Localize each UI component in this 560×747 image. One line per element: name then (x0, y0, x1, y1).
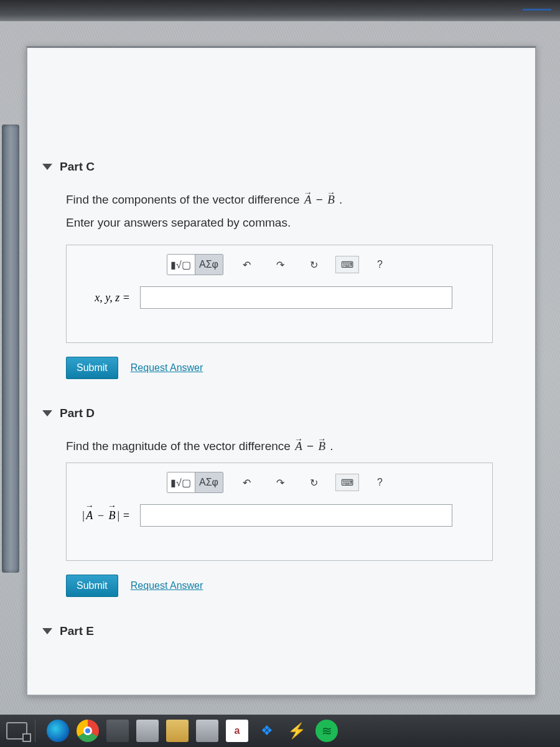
part-d-question: Find the magnitude of the vector differe… (66, 435, 520, 458)
part-c-equation-row: x, y, z = (74, 286, 485, 309)
access-icon[interactable]: a (226, 720, 248, 742)
folder-icon[interactable] (166, 720, 189, 742)
part-c-answer-box: ▮√▢ ΑΣφ ↶ ↷ (66, 245, 493, 343)
dropbox-icon[interactable]: ❖ (256, 720, 278, 742)
redo-button[interactable]: ↷ (268, 472, 293, 492)
greek-button[interactable]: ΑΣφ (195, 472, 223, 492)
reset-button[interactable]: ↻ (302, 255, 327, 275)
vector-a-symbol: A (85, 509, 94, 522)
keyboard-button[interactable]: ⌨ (335, 474, 359, 491)
part-e-header[interactable]: Part E (42, 624, 520, 638)
minus-symbol: − (307, 439, 317, 453)
submit-button[interactable]: Submit (66, 575, 118, 597)
keyboard-icon: ⌨ (341, 477, 353, 487)
part-d-actions: Submit Request Answer (66, 575, 520, 597)
store-icon[interactable] (106, 720, 129, 742)
part-c-equation-label: x, y, z = (74, 291, 134, 304)
part-c-question-text: Find the components of the vector differ… (66, 193, 303, 206)
explorer-icon[interactable] (136, 720, 159, 742)
greek-icon: ΑΣφ (199, 477, 218, 488)
content-card: Part C Find the components of the vector… (26, 46, 536, 696)
part-c-title: Part C (60, 160, 95, 174)
part-d-header[interactable]: Part D (42, 406, 520, 420)
help-icon: ? (377, 259, 383, 270)
templates-button[interactable]: ▮√▢ (167, 255, 195, 275)
redo-icon: ↷ (276, 477, 284, 489)
part-e-section: Part E (42, 624, 520, 638)
help-icon: ? (377, 477, 383, 488)
window-chrome-top (0, 0, 560, 21)
templates-button[interactable]: ▮√▢ (167, 472, 195, 492)
tool-cluster-left: ▮√▢ ΑΣφ (167, 254, 223, 275)
greek-icon: ΑΣφ (199, 259, 218, 270)
edge-icon[interactable] (47, 720, 69, 742)
part-d-answer-input[interactable] (140, 504, 452, 527)
undo-button[interactable]: ↶ (235, 255, 259, 275)
part-c-actions: Submit Request Answer (66, 357, 520, 379)
request-answer-link[interactable]: Request Answer (131, 580, 203, 591)
part-c-section: Part C Find the components of the vector… (42, 160, 520, 379)
help-button[interactable]: ? (368, 255, 393, 275)
reset-icon: ↻ (310, 477, 318, 489)
period-symbol: . (330, 439, 333, 453)
redo-icon: ↷ (276, 259, 284, 271)
spotify-icon[interactable] (315, 720, 338, 742)
vector-b-symbol: B (317, 439, 327, 453)
help-button[interactable]: ? (368, 472, 393, 492)
chevron-down-icon (42, 164, 52, 170)
part-c-question: Find the components of the vector differ… (66, 189, 520, 211)
part-d-equation-label: |A − B| = (74, 509, 134, 522)
tool-cluster-left: ▮√▢ ΑΣφ (167, 472, 223, 493)
taskbar: a ❖ ⚡ (0, 715, 560, 747)
minus-symbol: − (316, 193, 326, 206)
part-d-equation-row: |A − B| = (74, 504, 485, 527)
submit-button[interactable]: Submit (66, 357, 118, 379)
top-corner-accent (523, 2, 551, 11)
part-d-title: Part D (60, 406, 95, 420)
undo-icon: ↶ (243, 259, 251, 271)
part-d-answer-box: ▮√▢ ΑΣφ ↶ ↷ (66, 463, 493, 561)
screenshot-root: Part C Find the components of the vector… (0, 0, 560, 747)
taskbar-separator (35, 720, 35, 742)
part-c-answer-input[interactable] (140, 286, 452, 309)
part-e-title: Part E (60, 624, 94, 638)
templates-icon: ▮√▢ (170, 477, 191, 489)
part-c-toolbar: ▮√▢ ΑΣφ ↶ ↷ (74, 254, 485, 275)
vector-b-symbol: B (107, 509, 116, 522)
app-icon[interactable] (196, 720, 218, 742)
part-d-toolbar: ▮√▢ ΑΣφ ↶ ↷ (74, 472, 485, 493)
redo-button[interactable]: ↷ (268, 255, 293, 275)
vector-b-symbol: B (326, 193, 336, 206)
vector-a-symbol: A (303, 193, 313, 206)
part-c-instruction: Enter your answers separated by commas. (66, 216, 520, 230)
undo-button[interactable]: ↶ (235, 472, 259, 492)
tool-cluster-right: ↶ ↷ ↻ ⌨ ? (235, 472, 393, 492)
tool-cluster-right: ↶ ↷ ↻ ⌨ ? (235, 255, 393, 275)
part-c-header[interactable]: Part C (42, 160, 520, 174)
period-symbol: . (339, 193, 342, 206)
winamp-icon[interactable]: ⚡ (286, 720, 308, 742)
reset-icon: ↻ (310, 259, 318, 271)
undo-icon: ↶ (243, 477, 251, 489)
templates-icon: ▮√▢ (170, 259, 191, 271)
chrome-icon[interactable] (77, 720, 99, 742)
greek-button[interactable]: ΑΣφ (195, 255, 223, 275)
keyboard-button[interactable]: ⌨ (335, 256, 359, 273)
part-d-question-text: Find the magnitude of the vector differe… (66, 439, 294, 453)
vector-a-symbol: A (294, 439, 304, 453)
left-scroll-rail (2, 125, 19, 573)
reset-button[interactable]: ↻ (302, 472, 327, 492)
content-inner: Part C Find the components of the vector… (42, 160, 520, 688)
request-answer-link[interactable]: Request Answer (131, 362, 203, 374)
part-d-section: Part D Find the magnitude of the vector … (42, 406, 520, 597)
task-view-icon[interactable] (6, 722, 27, 740)
keyboard-icon: ⌨ (341, 260, 353, 270)
chevron-down-icon (42, 410, 52, 416)
chevron-down-icon (42, 628, 52, 634)
minus-symbol: − (97, 509, 108, 522)
